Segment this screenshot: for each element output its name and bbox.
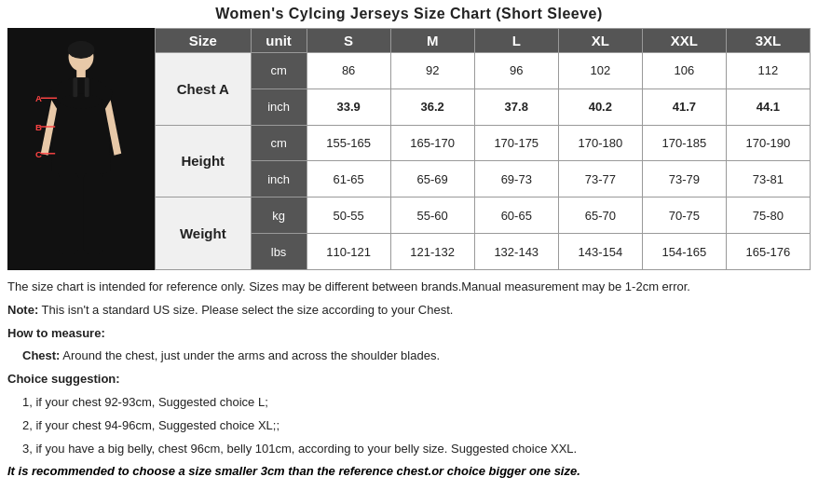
- svg-text:A: A: [35, 93, 42, 103]
- height-cm-m: 165-170: [390, 125, 474, 161]
- chest-a-cm-l: 96: [474, 53, 558, 89]
- table-row: inch 33.9 36.2 37.8 40.2 41.7 44.1: [156, 89, 811, 125]
- svg-rect-3: [73, 77, 77, 97]
- weight-lbs-unit: lbs: [251, 234, 307, 270]
- table-row: Height cm 155-165 165-170 170-175 170-18…: [156, 125, 811, 161]
- model-image: A B C: [7, 28, 155, 270]
- chest-a-inch-l: 37.8: [474, 89, 558, 125]
- weight-kg-xl: 65-70: [558, 198, 642, 234]
- height-inch-3xl: 73-81: [726, 161, 810, 198]
- table-row: lbs 110-121 121-132 132-143 143-154 154-…: [156, 234, 811, 270]
- svg-text:B: B: [35, 122, 42, 132]
- weight-label: Weight: [156, 198, 252, 270]
- height-cm-xxl: 170-185: [642, 125, 726, 161]
- weight-lbs-xxl: 154-165: [642, 234, 726, 270]
- height-inch-xl: 73-77: [558, 161, 642, 198]
- height-cm-s: 155-165: [307, 125, 390, 161]
- chest-a-inch-unit: inch: [251, 89, 307, 125]
- chest-a-label: Chest A: [156, 53, 252, 126]
- height-cm-xl: 170-180: [558, 125, 642, 161]
- chest-a-inch-m: 36.2: [390, 89, 474, 125]
- height-inch-l: 69-73: [474, 161, 558, 198]
- m-header: M: [390, 29, 474, 53]
- l-header: L: [474, 29, 558, 53]
- note-label: Note:: [7, 303, 38, 317]
- weight-kg-l: 60-65: [474, 198, 558, 234]
- weight-kg-xxl: 70-75: [642, 198, 726, 234]
- xxl-header: XXL: [642, 29, 726, 53]
- notes-section: The size chart is intended for reference…: [7, 278, 811, 482]
- chest-a-cm-3xl: 112: [726, 53, 810, 89]
- chest-a-inch-3xl: 44.1: [726, 89, 810, 125]
- chart-section: A B C Size unit S M L XL XXL: [7, 28, 811, 270]
- how-to-heading: How to measure:: [7, 326, 105, 340]
- svg-rect-4: [85, 77, 89, 97]
- svg-point-1: [68, 41, 95, 59]
- weight-kg-unit: kg: [251, 198, 307, 234]
- choice2-text: 2, if your chest 94-96cm, Suggested choi…: [22, 416, 811, 436]
- choice-label: Choice suggestion:: [7, 370, 811, 389]
- main-container: Women's Cylcing Jerseys Size Chart (Shor…: [0, 0, 818, 495]
- weight-lbs-l: 132-143: [474, 234, 558, 270]
- weight-kg-3xl: 75-80: [726, 198, 810, 234]
- chest-a-cm-unit: cm: [251, 53, 307, 89]
- chest-a-cm-m: 92: [390, 53, 474, 89]
- chest-a-cm-xl: 102: [558, 53, 642, 89]
- height-inch-xxl: 73-79: [642, 161, 726, 198]
- choice-heading: Choice suggestion:: [7, 372, 120, 386]
- note-text: This isn't a standard US size. Please se…: [42, 303, 454, 317]
- chest-a-inch-xl: 40.2: [558, 89, 642, 125]
- weight-lbs-xl: 143-154: [558, 234, 642, 270]
- size-table: Size unit S M L XL XXL 3XL Chest A cm 86…: [155, 28, 811, 270]
- chest-text: Around the chest, just under the arms an…: [62, 348, 440, 362]
- s-header: S: [307, 29, 390, 53]
- svg-rect-6: [84, 173, 103, 253]
- weight-kg-m: 55-60: [390, 198, 474, 234]
- height-inch-unit: inch: [251, 161, 307, 198]
- chest-a-inch-s: 33.9: [307, 89, 390, 125]
- disclaimer-text: The size chart is intended for reference…: [7, 278, 811, 297]
- chest-a-cm-xxl: 106: [642, 53, 726, 89]
- how-to-label: How to measure:: [7, 324, 811, 344]
- svg-text:C: C: [35, 149, 42, 159]
- chest-a-inch-xxl: 41.7: [642, 89, 726, 125]
- unit-header: unit: [251, 29, 307, 53]
- height-cm-l: 170-175: [474, 125, 558, 161]
- chest-a-cm-s: 86: [307, 53, 390, 89]
- recommended-text: It is recommended to choose a size small…: [7, 462, 811, 482]
- note-paragraph: Note: This isn't a standard US size. Ple…: [7, 301, 811, 320]
- height-inch-m: 65-69: [390, 161, 474, 198]
- xl-header: XL: [558, 29, 642, 53]
- height-label: Height: [156, 125, 252, 198]
- svg-rect-2: [76, 69, 86, 78]
- table-row: Chest A cm 86 92 96 102 106 112: [156, 53, 811, 89]
- table-row: Weight kg 50-55 55-60 60-65 65-70 70-75 …: [156, 198, 811, 234]
- chest-instruction: Chest: Around the chest, just under the …: [22, 347, 811, 366]
- chest-label: Chest:: [22, 348, 60, 362]
- 3xl-header: 3XL: [726, 29, 810, 53]
- table-row: inch 61-65 65-69 69-73 73-77 73-79 73-81: [156, 161, 811, 198]
- chart-title: Women's Cylcing Jerseys Size Chart (Shor…: [7, 6, 811, 22]
- table-header-row: Size unit S M L XL XXL 3XL: [156, 29, 811, 53]
- height-cm-unit: cm: [251, 125, 307, 161]
- height-inch-s: 61-65: [307, 161, 390, 198]
- choice1-text: 1, if your chest 92-93cm, Suggested choi…: [22, 393, 811, 413]
- height-cm-3xl: 170-190: [726, 125, 810, 161]
- weight-kg-s: 50-55: [307, 198, 390, 234]
- svg-rect-5: [59, 173, 78, 253]
- weight-lbs-m: 121-132: [390, 234, 474, 270]
- size-header: Size: [156, 29, 252, 53]
- choice3-text: 3, if you have a big belly, chest 96cm, …: [22, 440, 811, 459]
- weight-lbs-3xl: 165-176: [726, 234, 810, 270]
- weight-lbs-s: 110-121: [307, 234, 390, 270]
